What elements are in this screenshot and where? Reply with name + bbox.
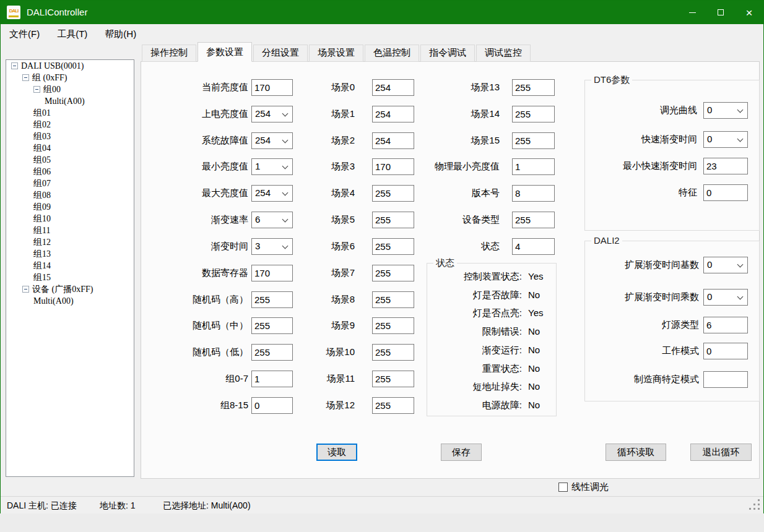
param-input[interactable] xyxy=(251,79,293,96)
tree-item[interactable]: 组12 xyxy=(6,236,134,248)
dt6-input[interactable] xyxy=(703,184,748,201)
tree-item[interactable]: 组 (0xFF) xyxy=(6,72,134,84)
dt6-combo-value: 0 xyxy=(707,105,712,115)
dali2-input[interactable] xyxy=(703,371,748,388)
device-input[interactable] xyxy=(512,212,555,228)
device-tree: DALI USB(0001)组 (0xFF)组00Multi(A00)组01组0… xyxy=(6,59,134,477)
device-input[interactable] xyxy=(512,238,555,255)
param-combo[interactable]: 1 xyxy=(251,158,293,175)
tree-item-label: Multi(A00) xyxy=(45,97,85,106)
tree-item-label: Multi(A00) xyxy=(33,296,74,306)
tree-item[interactable]: 组03 xyxy=(6,131,134,142)
status-bar: DALI 主机: 已连接 地址数: 1 已选择地址: Multi(A00) xyxy=(1,496,763,513)
tree-item[interactable]: 组15 xyxy=(6,272,134,283)
device-input[interactable] xyxy=(512,185,555,202)
tree-item-label: 组07 xyxy=(33,179,51,188)
param-input[interactable] xyxy=(251,291,293,308)
status-row-value: Yes xyxy=(528,271,543,281)
menu-item-1[interactable]: 工具(T) xyxy=(48,24,96,44)
maximize-button[interactable] xyxy=(706,1,735,24)
scene-input[interactable] xyxy=(372,238,414,255)
param-combo[interactable]: 6 xyxy=(251,212,293,228)
loop-read-button[interactable]: 循环读取 xyxy=(606,444,666,461)
menu-item-0[interactable]: 文件(F) xyxy=(1,24,48,44)
tree-item[interactable]: 组11 xyxy=(6,225,134,236)
tree-item[interactable]: 组00 xyxy=(6,84,134,95)
tree-item[interactable]: Multi(A00) xyxy=(6,295,134,307)
collapse-icon[interactable] xyxy=(22,286,29,293)
collapse-icon[interactable] xyxy=(22,74,29,81)
dt6-input[interactable] xyxy=(703,158,748,174)
scene-input[interactable] xyxy=(372,317,414,334)
tab-6[interactable]: 调试监控 xyxy=(476,45,531,62)
param-combo[interactable]: 254 xyxy=(251,185,293,202)
dt6-combo[interactable]: 0 xyxy=(703,102,748,119)
minimize-button[interactable] xyxy=(678,1,706,24)
scene-input[interactable] xyxy=(372,371,414,387)
device-input[interactable] xyxy=(512,106,555,122)
status-row-label: 短地址掉失: xyxy=(429,381,522,393)
dt6-combo[interactable]: 0 xyxy=(703,131,748,148)
scene-input[interactable] xyxy=(372,397,414,414)
scene-input[interactable] xyxy=(372,158,414,175)
device-input[interactable] xyxy=(512,132,555,149)
statusbar-host: DALI 主机: 已连接 xyxy=(7,500,77,512)
tree-item[interactable]: 组13 xyxy=(6,248,134,260)
tree-item[interactable]: 组07 xyxy=(6,178,134,189)
dali2-input[interactable] xyxy=(703,343,748,359)
resize-grip-icon[interactable] xyxy=(758,508,760,510)
tree-item[interactable]: 组05 xyxy=(6,154,134,166)
app-icon-bar xyxy=(9,15,19,17)
device-input[interactable] xyxy=(512,158,555,175)
tree-item[interactable]: 组14 xyxy=(6,260,134,272)
tree-item[interactable]: 组01 xyxy=(6,107,134,119)
param-combo[interactable]: 254 xyxy=(251,132,293,149)
param-input[interactable] xyxy=(251,317,293,334)
tab-4[interactable]: 色温控制 xyxy=(365,45,419,62)
scene-input[interactable] xyxy=(372,291,414,308)
tree-item[interactable]: Multi(A00) xyxy=(6,95,134,107)
dali2-combo[interactable]: 0 xyxy=(703,257,748,273)
save-button[interactable]: 保存 xyxy=(441,444,482,461)
chevron-down-icon xyxy=(282,111,289,117)
scene-input[interactable] xyxy=(372,132,414,149)
tab-5[interactable]: 指令调试 xyxy=(420,45,475,62)
exit-loop-button[interactable]: 退出循环 xyxy=(690,444,752,461)
tree-item[interactable]: 组02 xyxy=(6,119,134,131)
tree-item-label: DALI USB(0001) xyxy=(21,61,84,71)
tree-item[interactable]: 组10 xyxy=(6,213,134,225)
param-combo[interactable]: 254 xyxy=(251,106,293,122)
collapse-icon[interactable] xyxy=(11,62,18,69)
tree-item[interactable]: DALI USB(0001) xyxy=(6,60,134,72)
scene-input[interactable] xyxy=(372,344,414,361)
tree-item[interactable]: 组09 xyxy=(6,201,134,213)
scene-input[interactable] xyxy=(372,106,414,122)
scene-input[interactable] xyxy=(372,265,414,281)
tab-0[interactable]: 操作控制 xyxy=(142,45,196,62)
close-button[interactable]: × xyxy=(735,1,763,24)
tree-item[interactable]: 组06 xyxy=(6,166,134,178)
param-input[interactable] xyxy=(251,371,293,387)
param-input[interactable] xyxy=(251,265,293,281)
tab-2[interactable]: 分组设置 xyxy=(253,45,308,62)
param-input[interactable] xyxy=(251,344,293,361)
scene-input[interactable] xyxy=(372,185,414,202)
tab-1[interactable]: 参数设置 xyxy=(198,42,252,62)
tab-3[interactable]: 场景设置 xyxy=(309,45,363,62)
tree-item[interactable]: 组08 xyxy=(6,189,134,201)
read-button[interactable]: 读取 xyxy=(316,444,357,461)
dt6-groupbox-title: DT6参数 xyxy=(591,74,632,86)
collapse-icon[interactable] xyxy=(33,86,40,93)
param-combo[interactable]: 3 xyxy=(251,238,293,255)
tree-item[interactable]: 设备 (广播0xFF) xyxy=(6,283,134,295)
status-row-label: 控制装置状态: xyxy=(429,271,522,283)
dali2-combo[interactable]: 0 xyxy=(703,289,748,306)
linear-dimming-checkbox[interactable] xyxy=(558,483,568,492)
menu-item-2[interactable]: 帮助(H) xyxy=(96,24,145,44)
scene-input[interactable] xyxy=(372,79,414,96)
dali2-input[interactable] xyxy=(703,317,748,333)
param-input[interactable] xyxy=(251,397,293,414)
device-input[interactable] xyxy=(512,79,555,96)
scene-input[interactable] xyxy=(372,212,414,228)
tree-item[interactable]: 组04 xyxy=(6,142,134,154)
